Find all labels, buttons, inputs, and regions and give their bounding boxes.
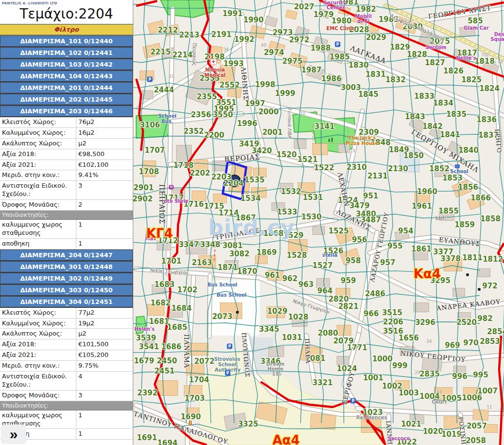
parcel-number: 1992: [234, 35, 254, 44]
poi-label: Dream: [266, 361, 284, 367]
parcel-number: 1845: [358, 90, 378, 99]
parcel-number: 2202: [190, 169, 210, 178]
street-name: ΛΙΘΙΝΗΣ: [240, 67, 250, 101]
parcel-number: 3348: [200, 240, 220, 249]
parcel-number: 1021: [401, 420, 421, 428]
parcel-number: 1029: [267, 307, 288, 316]
parcel-number: 982: [477, 314, 492, 323]
parcel-number: 995: [473, 371, 488, 379]
apartment-row-6[interactable]: ΔΙΑΜΕΡΙΣΜΑ_203 0/12446: [0, 106, 133, 117]
parcel-number: 1836: [476, 115, 497, 124]
parcel-number: 2902: [132, 195, 153, 203]
apartment-row-b-4[interactable]: ΔΙΑΜΕΡΙΣΜΑ_304 0/12451: [0, 296, 133, 308]
parking-icon: P: [225, 371, 231, 376]
parcel-number: 1024: [337, 364, 357, 373]
street-name: ΓΡΗΓΟ: [494, 128, 503, 153]
parcel-number: 1023: [362, 408, 383, 417]
apartment-row-3[interactable]: ΔΙΑΜΕΡΙΣΜΑ_104 0/12443: [0, 71, 133, 82]
parcel-number: 2974: [264, 48, 284, 57]
parcel-number: 2073: [212, 312, 233, 321]
apartment-row-b-1[interactable]: ΔΙΑΜΕΡΙΣΜΑ_301 0/12448: [0, 261, 133, 273]
parcel-number: 1003: [398, 389, 419, 397]
parcel-number: 1534: [240, 194, 261, 203]
parcel-number: 1995: [214, 105, 234, 113]
parcel-number: 2901: [133, 183, 154, 192]
parcel-number: 1656: [398, 334, 419, 342]
field-label: Αξία 2018:: [0, 339, 76, 350]
apartment-row-1[interactable]: ΔΙΑΜΕΡΙΣΜΑ_102 0/12441: [0, 47, 133, 59]
parcel-number: 1837: [478, 131, 499, 140]
field-label: Καλυμμένος Χώρος:: [0, 318, 76, 329]
parcel-number: 1530: [301, 213, 322, 221]
sub-field-label: καλυμμενος χωρος σταθμευσης: [0, 220, 76, 238]
parcel-number: 1718: [173, 161, 194, 170]
parcel-number: 1684: [171, 304, 192, 313]
parcel-number: 3003: [341, 83, 361, 92]
parcel-number: 1690: [180, 412, 201, 421]
parcel-number: 1811: [462, 253, 483, 262]
poi-label: The Jack's: [348, 135, 376, 141]
apartment-row-b-3[interactable]: ΔΙΑΜΕΡΙΣΜΑ_303 0/12450: [0, 285, 133, 296]
parcel-number: 1001: [363, 374, 383, 382]
field-value: μ2: [76, 329, 133, 339]
expand-panel-button[interactable]: »: [1, 425, 26, 444]
street-name: ΛΑΓΚΑΔΑ: [349, 44, 387, 65]
field-label: Μεριδ. στην κοιν.:: [0, 170, 76, 181]
parcel-number: 1996: [237, 119, 257, 128]
street-name: ΒΕΡΟΙΑΣ: [224, 153, 261, 163]
parcel-number: 2820: [328, 295, 349, 303]
parcel-number: 1842: [422, 122, 443, 131]
parcel-number: 1682: [150, 299, 171, 307]
parcel-number: 2072: [194, 357, 215, 366]
poi-dot-icon: [478, 288, 481, 291]
poi-label: Center: [326, 5, 345, 10]
parcel-number: 1714: [218, 209, 239, 217]
playground-icon: [328, 137, 334, 142]
field-label: Αντιστοιχία Ειδικού. Σχεδίου.:: [0, 181, 76, 200]
parcel-number: 956: [352, 235, 367, 244]
parcel-number: 2451: [154, 367, 175, 375]
parcel-number: 2030: [402, 22, 423, 31]
parcel-number: 996: [452, 372, 467, 381]
street-name: ΤΡΙΠΟΛΕΩΣ: [215, 227, 260, 241]
parcel-number: 1704: [189, 375, 209, 384]
parcel-number: 1022: [396, 438, 417, 445]
parcel-number: 3378: [440, 254, 461, 263]
apartment-row-5[interactable]: ΔΙΑΜΕΡΙΣΜΑ_202 0/12445: [0, 94, 133, 106]
parcel-number: 3295: [430, 276, 450, 285]
parcel-number: 957: [380, 258, 395, 267]
house-number: 10: [300, 111, 305, 116]
poi-label: Nicosia: [205, 67, 225, 72]
poi-label: Pizza House: [345, 141, 378, 146]
sub-field-value: 1: [76, 220, 133, 238]
apartment-row-0[interactable]: ΔΙΑΜΕΡΙΣΜΑ_101 0/12440: [0, 36, 133, 47]
field-label: Ακάλυπτος Χώρος:: [0, 138, 76, 149]
street-name: ΓΕΩΡΓΙΟΥ ΜΙΧΑΗΛ: [410, 127, 480, 174]
apartment-list-1: ΔΙΑΜΕΡΙΣΜΑ_101 0/12440ΔΙΑΜΕΡΙΣΜΑ_102 0/1…: [0, 36, 133, 117]
parcel-number: 3345: [259, 325, 279, 334]
parcel-number: 2203: [211, 173, 232, 181]
apartment-row-b-2[interactable]: ΔΙΑΜΕΡΙΣΜΑ_302 0/12449: [0, 273, 133, 285]
parcel-number: 1988: [310, 44, 331, 53]
parcel-number: 1691: [137, 433, 157, 442]
filter-button[interactable]: Φίλτρο: [0, 24, 133, 36]
apartment-row-4[interactable]: ΔΙΑΜΕΡΙΣΜΑ_201 0/12444: [0, 82, 133, 94]
parcel-number: 1866: [470, 194, 491, 202]
poi-label: Nellie's: [456, 55, 476, 61]
parcel-number: 1855: [438, 207, 459, 215]
house-number: 4: [300, 303, 303, 307]
parcel-number: 1818: [474, 57, 495, 66]
sub-ownership-header: Υποιδιοκτησίες:: [0, 211, 133, 220]
parcel-number: 1830: [348, 61, 369, 70]
street-name: Λεωφόρος Αθαλάσσης: [389, 13, 446, 43]
zone-label: Αα4: [272, 433, 300, 445]
parcel-number: 2000: [258, 107, 279, 116]
parcel-number: 2520: [456, 318, 477, 327]
parcel-number: 2057: [467, 422, 487, 430]
apartment-row-2[interactable]: ΔΙΑΜΕΡΙΣΜΑ_103 0/12442: [0, 59, 133, 71]
street-name: ΠΑΝΑΜΑ: [183, 334, 190, 368]
apartment-row-b-0[interactable]: ΔΙΑΜΕΡΙΣΜΑ_204 0/12447: [0, 249, 133, 261]
parcel-number: 1006: [462, 393, 482, 402]
parcel-number: 1707: [144, 146, 165, 155]
parcel-number: 1858: [480, 214, 501, 223]
